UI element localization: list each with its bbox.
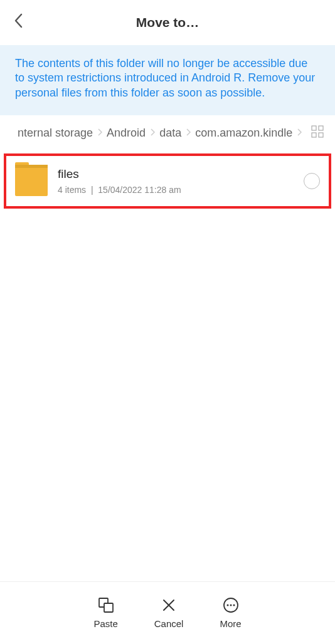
back-button[interactable]: [13, 12, 24, 34]
folder-list: files 4 items | 15/04/2022 11:28 am: [0, 151, 335, 211]
paste-icon: [98, 597, 114, 613]
folder-meta: 4 items | 15/04/2022 11:28 am: [58, 185, 304, 195]
svg-rect-1: [319, 126, 323, 130]
cancel-label: Cancel: [154, 618, 184, 629]
cancel-button[interactable]: Cancel: [154, 597, 184, 629]
more-button[interactable]: More: [220, 597, 241, 629]
svg-rect-5: [104, 603, 113, 612]
grid-view-toggle[interactable]: [311, 125, 324, 141]
svg-rect-2: [312, 133, 316, 137]
select-radio[interactable]: [304, 173, 320, 189]
folder-info: files 4 items | 15/04/2022 11:28 am: [58, 167, 304, 195]
breadcrumb-segment[interactable]: Android: [107, 127, 146, 140]
grid-icon: [311, 125, 324, 138]
paste-button[interactable]: Paste: [93, 597, 117, 629]
more-icon: [223, 597, 239, 613]
breadcrumb: nternal storage Android data com.amazon.…: [0, 115, 335, 151]
chevron-left-icon: [13, 12, 24, 29]
close-icon: [161, 597, 177, 613]
chevron-right-icon: [185, 127, 191, 140]
folder-icon: [15, 166, 48, 196]
page-title: Move to…: [13, 15, 322, 30]
breadcrumb-segment[interactable]: nternal storage: [18, 127, 93, 140]
chevron-right-icon: [149, 127, 156, 140]
chevron-right-icon: [296, 127, 302, 140]
bottom-bar: Paste Cancel More: [0, 581, 335, 644]
header: Move to…: [0, 0, 335, 45]
folder-name: files: [58, 167, 304, 181]
svg-point-7: [226, 605, 228, 606]
breadcrumb-segment[interactable]: com.amazon.kindle: [195, 127, 292, 140]
svg-point-8: [230, 605, 231, 606]
chevron-right-icon: [97, 127, 103, 140]
more-label: More: [220, 618, 241, 629]
svg-rect-3: [319, 133, 323, 137]
paste-label: Paste: [93, 618, 117, 629]
svg-point-9: [233, 605, 235, 606]
svg-rect-0: [312, 126, 316, 130]
folder-row[interactable]: files 4 items | 15/04/2022 11:28 am: [4, 153, 331, 209]
warning-banner: The contents of this folder will no long…: [0, 45, 335, 115]
breadcrumb-segment[interactable]: data: [159, 127, 181, 140]
